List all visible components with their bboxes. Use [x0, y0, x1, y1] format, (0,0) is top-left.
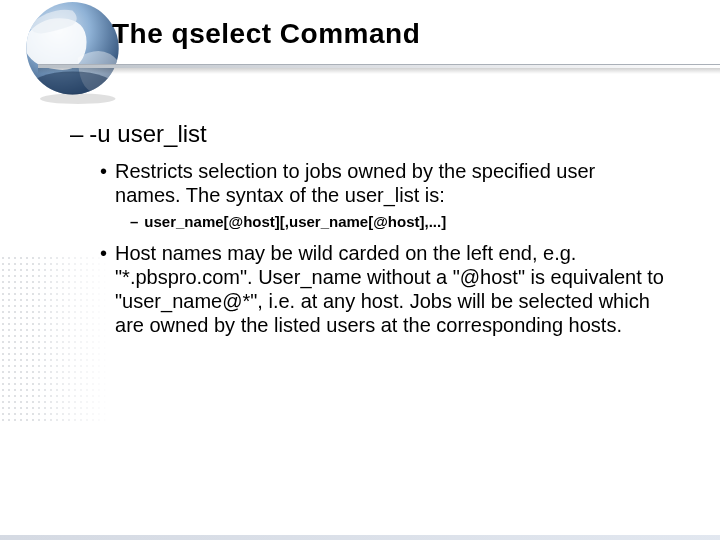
globe-icon	[20, 0, 125, 105]
slide: The qselect Command – -u user_list • Res…	[0, 0, 720, 540]
option-flag-text: -u user_list	[89, 120, 665, 149]
bottom-accent	[0, 535, 720, 540]
hostnames-text: Host names may be wild carded on the lef…	[115, 241, 665, 337]
option-line: – -u user_list	[70, 120, 665, 149]
restricts-bullet: • Restricts selection to jobs owned by t…	[100, 159, 665, 207]
syntax-text: user_name[@host][,user_name[@host],...]	[144, 213, 665, 231]
hostnames-bullet: • Host names may be wild carded on the l…	[100, 241, 665, 337]
dash-icon: –	[130, 213, 138, 231]
bullet-icon: •	[100, 241, 107, 265]
syntax-line: – user_name[@host][,user_name[@host],...…	[130, 213, 665, 231]
restricts-text: Restricts selection to jobs owned by the…	[115, 159, 665, 207]
slide-title-area: The qselect Command	[112, 18, 695, 50]
title-underline	[38, 64, 720, 74]
dash-icon: –	[70, 120, 83, 149]
bullet-icon: •	[100, 159, 107, 183]
svg-point-3	[40, 93, 116, 104]
slide-body: – -u user_list • Restricts selection to …	[70, 120, 665, 343]
slide-title: The qselect Command	[112, 18, 695, 50]
